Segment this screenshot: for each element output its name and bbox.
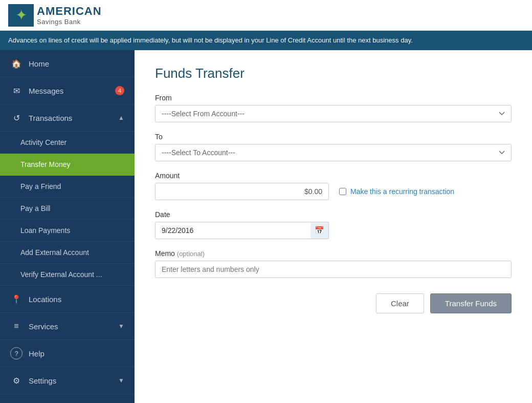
logo-american: AMERICAN: [37, 5, 102, 18]
pay-bill-label: Pay a Bill: [20, 204, 50, 213]
sidebar-item-add-external-account[interactable]: Add External Account: [0, 242, 135, 264]
sidebar-item-help[interactable]: ? Help: [0, 340, 135, 367]
sidebar-item-label: Messages: [29, 87, 112, 95]
sidebar-item-pay-a-friend[interactable]: Pay a Friend: [0, 176, 135, 198]
clear-button[interactable]: Clear: [376, 293, 424, 313]
sidebar-item-activity-center[interactable]: Activity Center: [0, 132, 135, 154]
date-field-group: Date 📅: [155, 210, 512, 239]
memo-field-group: Memo (optional): [155, 249, 512, 278]
sidebar-item-label: Home: [29, 59, 124, 68]
logo-bank: Savings Bank: [37, 18, 102, 26]
location-pin-icon: 📍: [10, 293, 23, 305]
sidebar-item-label: Help: [29, 349, 124, 358]
chevron-up-icon: ▲: [118, 114, 124, 121]
amount-input-wrap: [155, 183, 329, 200]
services-icon: ≡: [10, 320, 23, 332]
calendar-icon: 📅: [315, 226, 324, 235]
add-external-label: Add External Account: [20, 248, 89, 257]
logo-text: AMERICAN Savings Bank: [37, 5, 102, 26]
sidebar-item-label: Settings: [29, 376, 118, 385]
messages-icon: ✉: [10, 84, 23, 97]
logo-icon: ✦: [8, 4, 34, 27]
loan-payments-label: Loan Payments: [20, 226, 70, 235]
from-field-group: From ----Select From Account---: [155, 94, 512, 122]
form-actions: Clear Transfer Funds: [155, 293, 512, 313]
sidebar-item-services[interactable]: ≡ Services ▼: [0, 313, 135, 340]
date-input[interactable]: [155, 222, 329, 239]
sidebar-item-settings[interactable]: ⚙ Settings ▼: [0, 367, 135, 394]
to-field-group: To ----Select To Account---: [155, 133, 512, 161]
amount-row: Make this a recurring transaction: [155, 183, 512, 200]
pay-friend-label: Pay a Friend: [20, 182, 61, 190]
recurring-checkbox[interactable]: [339, 188, 346, 195]
calendar-button[interactable]: 📅: [311, 222, 329, 239]
memo-label: Memo (optional): [155, 249, 512, 258]
sidebar-item-transfer-money[interactable]: Transfer Money: [0, 154, 135, 176]
sidebar-item-label: Transactions: [29, 114, 118, 122]
sidebar-item-logoff[interactable]: ⬚ Log Off: [0, 394, 135, 403]
date-label: Date: [155, 210, 512, 219]
amount-field-group: Amount Make this a recurring transaction: [155, 172, 512, 200]
logo-star-icon: ✦: [15, 7, 27, 24]
sidebar-item-label: Services: [29, 322, 118, 331]
recurring-checkbox-wrap[interactable]: Make this a recurring transaction: [339, 187, 454, 196]
verify-external-label: Verify External Account ...: [20, 270, 102, 279]
to-account-select[interactable]: ----Select To Account---: [155, 144, 512, 161]
memo-input[interactable]: [155, 261, 512, 278]
chevron-down-icon: ▼: [118, 323, 124, 330]
home-icon: 🏠: [10, 57, 23, 70]
from-label: From: [155, 94, 512, 102]
sidebar-item-transactions[interactable]: ↺ Transactions ▲: [0, 104, 135, 132]
sidebar: 🏠 Home ✉ Messages 4 ↺ Transactions ▲ Act…: [0, 50, 135, 403]
transfer-money-label: Transfer Money: [20, 160, 71, 168]
memo-optional: (optional): [177, 250, 205, 258]
chevron-down-icon: ▼: [118, 377, 124, 384]
transfer-funds-button[interactable]: Transfer Funds: [430, 293, 512, 313]
main-layout: 🏠 Home ✉ Messages 4 ↺ Transactions ▲ Act…: [0, 50, 532, 403]
main-content: Funds Transfer From ----Select From Acco…: [135, 50, 532, 403]
app-header: ✦ AMERICAN Savings Bank: [0, 0, 532, 31]
activity-center-label: Activity Center: [20, 138, 66, 146]
messages-badge: 4: [115, 86, 124, 95]
sidebar-item-locations[interactable]: 📍 Locations: [0, 286, 135, 313]
sidebar-item-loan-payments[interactable]: Loan Payments: [0, 220, 135, 242]
sidebar-item-pay-a-bill[interactable]: Pay a Bill: [0, 198, 135, 220]
sidebar-item-label: Locations: [29, 295, 124, 304]
alert-banner: Advances on lines of credit will be appl…: [0, 31, 532, 50]
alert-message: Advances on lines of credit will be appl…: [8, 36, 413, 44]
transactions-icon: ↺: [10, 112, 23, 124]
sidebar-item-home[interactable]: 🏠 Home: [0, 50, 135, 77]
to-label: To: [155, 133, 512, 141]
recurring-label: Make this a recurring transaction: [350, 187, 454, 196]
from-account-select[interactable]: ----Select From Account---: [155, 105, 512, 122]
logo: ✦ AMERICAN Savings Bank: [8, 4, 102, 27]
gear-icon: ⚙: [10, 374, 23, 387]
sidebar-item-messages[interactable]: ✉ Messages 4: [0, 77, 135, 104]
amount-input[interactable]: [155, 183, 329, 200]
date-input-wrap: 📅: [155, 222, 329, 239]
help-icon: ?: [10, 347, 23, 359]
amount-label: Amount: [155, 172, 512, 180]
sidebar-item-verify-external-account[interactable]: Verify External Account ...: [0, 264, 135, 286]
page-title: Funds Transfer: [155, 66, 512, 81]
